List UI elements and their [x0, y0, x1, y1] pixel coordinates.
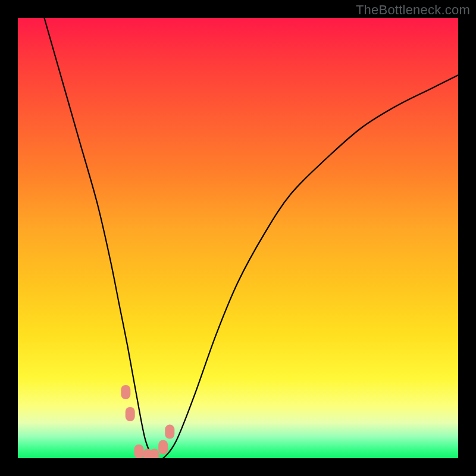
- bottleneck-curve: [44, 18, 458, 458]
- watermark-text: TheBottleneck.com: [356, 2, 470, 18]
- data-marker: [134, 444, 144, 458]
- data-marker: [158, 440, 168, 455]
- data-marker: [165, 425, 174, 439]
- plot-area: [18, 18, 458, 458]
- curve-svg: [18, 18, 458, 458]
- data-marker: [126, 407, 135, 421]
- chart-frame: TheBottleneck.com: [0, 0, 476, 476]
- data-marker: [121, 385, 130, 399]
- data-marker: [149, 449, 159, 458]
